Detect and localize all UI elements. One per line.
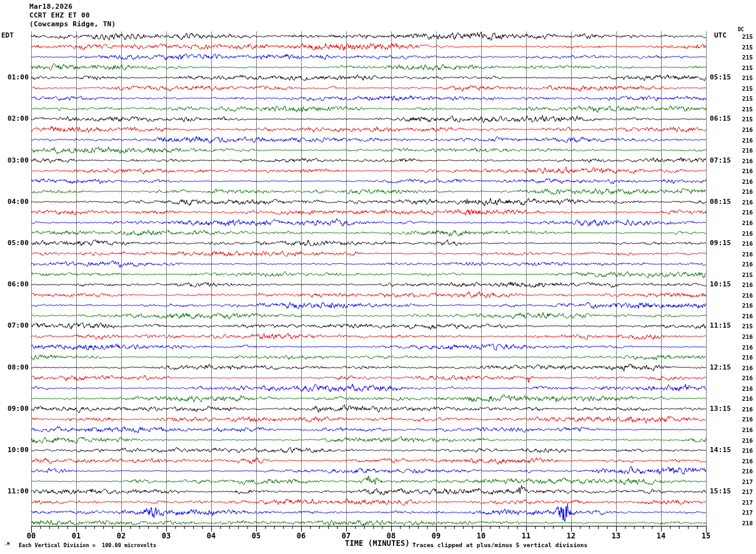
- x-tick-label: 14: [651, 531, 671, 540]
- dc-offset-value: 216: [719, 468, 753, 475]
- dc-offset-value: 216: [719, 385, 753, 392]
- seismogram-canvas: [0, 0, 756, 554]
- x-tick-label: 09: [426, 531, 446, 540]
- dc-offset-value: 216: [719, 437, 753, 444]
- x-tick-label: 03: [156, 531, 176, 540]
- dc-offset-value: 216: [719, 313, 753, 320]
- left-time-label: 08:00: [0, 363, 29, 371]
- dc-offset-value: 216: [719, 230, 753, 237]
- dc-offset-value: 216: [719, 292, 753, 299]
- dc-offset-value: 216: [719, 281, 753, 288]
- dc-offset-value: 217: [719, 488, 753, 495]
- x-tick-label: 06: [291, 531, 311, 540]
- dc-offset-value: 217: [719, 478, 753, 485]
- dc-offset-value: 216: [719, 261, 753, 268]
- dc-offset-value: 215: [719, 44, 753, 51]
- plot-channel: CCRT EHZ ET 00: [29, 11, 90, 19]
- corner-mark: .M: [4, 541, 9, 546]
- dc-offset-value: 216: [719, 158, 753, 164]
- dc-offset-value: 216: [719, 344, 753, 351]
- x-tick-label: 13: [606, 531, 626, 540]
- dc-offset-value: 215: [719, 95, 753, 102]
- left-time-label: 05:00: [0, 239, 29, 247]
- x-axis-title: TIME (MINUTES): [345, 539, 410, 548]
- dc-offset-value: 216: [719, 126, 753, 133]
- left-time-label: 11:00: [0, 487, 29, 495]
- left-time-label: 10:00: [0, 446, 29, 454]
- dc-offset-value: 216: [719, 219, 753, 226]
- dc-offset-value: 216: [719, 426, 753, 433]
- dc-offset-value: 215: [719, 33, 753, 40]
- dc-offset-value: 216: [719, 375, 753, 381]
- dc-offset-value: 215: [719, 85, 753, 92]
- dc-offset-value: 216: [719, 188, 753, 195]
- dc-offset-value: 216: [719, 199, 753, 206]
- dc-offset-value: 215: [719, 74, 753, 81]
- dc-offset-value: 216: [719, 447, 753, 454]
- dc-offset-value: 216: [719, 178, 753, 185]
- left-time-label: 06:00: [0, 280, 29, 288]
- left-time-label: 01:00: [0, 73, 29, 81]
- x-tick-label: 12: [561, 531, 581, 540]
- x-tick-label: 15: [696, 531, 716, 540]
- plot-date: Mar18,2026: [29, 3, 72, 11]
- helicorder-page: Mar18,2026 CCRT EHZ ET 00 (Cowcamps Ridg…: [0, 0, 756, 554]
- left-timezone-label: EDT: [1, 31, 14, 39]
- scale-note: Each Vertical Division = 100.00 microvol…: [19, 542, 156, 548]
- dc-offset-value: 216: [719, 416, 753, 423]
- dc-offset-value: 215: [719, 323, 753, 330]
- dc-offset-value: 216: [719, 365, 753, 371]
- dc-offset-value: 216: [719, 333, 753, 340]
- dc-offset-value: 216: [719, 395, 753, 402]
- dc-offset-value: 216: [719, 458, 753, 465]
- dc-offset-value: 218: [719, 520, 753, 526]
- x-tick-label: 02: [111, 531, 131, 540]
- left-time-label: 09:00: [0, 405, 29, 413]
- x-tick-label: 11: [516, 531, 536, 540]
- dc-offset-value: 216: [719, 354, 753, 361]
- x-tick-label: 05: [246, 531, 266, 540]
- left-time-label: 02:00: [0, 114, 29, 123]
- dc-offset-value: 216: [719, 406, 753, 413]
- clip-note: Traces clipped at plus/minus 5 vertical …: [412, 541, 587, 548]
- x-tick-label: 01: [66, 531, 86, 540]
- dc-offset-value: 216: [719, 168, 753, 174]
- left-time-label: 04:00: [0, 198, 29, 206]
- dc-offset-value: 216: [719, 209, 753, 216]
- dc-offset-value: 215: [719, 54, 753, 61]
- plot-location: (Cowcamps Ridge, TN): [29, 20, 116, 28]
- dc-offset-value: 216: [719, 147, 753, 154]
- dc-offset-value: 215: [719, 116, 753, 123]
- dc-offset-value: 216: [719, 302, 753, 309]
- x-tick-label: 10: [471, 531, 491, 540]
- dc-offset-value: 216: [719, 240, 753, 247]
- dc-offset-value: 216: [719, 137, 753, 144]
- dc-offset-value: 217: [719, 499, 753, 506]
- dc-offset-value: 216: [719, 251, 753, 258]
- x-tick-label: 00: [21, 531, 41, 540]
- dc-offset-value: 215: [719, 106, 753, 113]
- dc-column-header: DC: [738, 27, 744, 33]
- left-time-label: 07:00: [0, 321, 29, 330]
- x-tick-label: 04: [201, 531, 221, 540]
- dc-offset-value: 215: [719, 271, 753, 278]
- left-time-label: 03:00: [0, 156, 29, 164]
- dc-offset-value: 215: [719, 64, 753, 71]
- dc-offset-value: 217: [719, 509, 753, 516]
